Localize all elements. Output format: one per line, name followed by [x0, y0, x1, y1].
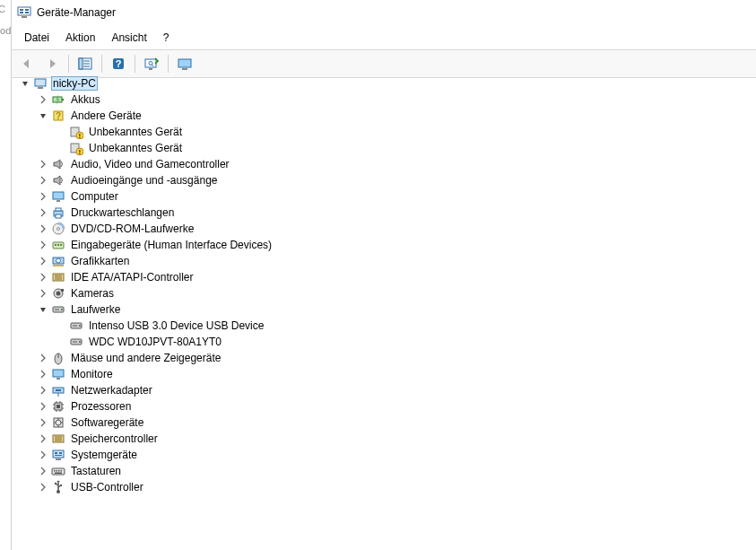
tree-root[interactable]: nicky-PC [15, 75, 756, 92]
window-title: Geräte-Manager [37, 6, 116, 19]
expand-icon[interactable] [37, 352, 49, 364]
menu-view[interactable]: Ansicht [104, 30, 153, 46]
tree-category[interactable]: DVD/CD-ROM-Laufwerke [15, 221, 756, 237]
svg-text:!: ! [79, 149, 81, 155]
expand-icon[interactable] [37, 239, 49, 251]
svg-rect-91 [56, 470, 58, 472]
svg-rect-20 [38, 87, 43, 89]
tree-device[interactable]: WDC WD10JPVT-80A1YT0 [15, 334, 756, 350]
tree-category[interactable]: Monitore [15, 366, 756, 382]
tree-category[interactable]: Prozessoren [15, 398, 756, 415]
tree-node-label: Grafikkarten [69, 255, 131, 267]
svg-rect-64 [56, 378, 60, 380]
tree-node-label: Eingabegeräte (Human Interface Devices) [69, 239, 274, 251]
tree-category[interactable]: ?Andere Geräte [15, 108, 756, 124]
svg-text:?: ? [56, 111, 61, 121]
expand-icon[interactable] [37, 368, 49, 380]
svg-rect-31 [53, 192, 64, 199]
collapse-icon[interactable] [19, 77, 31, 90]
tree-device[interactable]: Intenso USB 3.0 Device USB Device [15, 318, 756, 334]
expand-icon[interactable] [37, 223, 49, 235]
tree-category[interactable]: Computer [15, 188, 756, 205]
tree-node-label: Unbekanntes Gerät [87, 126, 184, 138]
expand-icon[interactable] [37, 449, 49, 461]
svg-rect-3 [20, 12, 23, 13]
svg-point-37 [57, 228, 60, 231]
svg-rect-88 [56, 458, 61, 460]
tree-category[interactable]: Laufwerke [15, 301, 756, 318]
tree-node-label: Druckwarteschlangen [69, 206, 176, 219]
menu-file[interactable]: Datei [17, 30, 56, 46]
toolbar-separator [101, 55, 102, 73]
tree-category[interactable]: USB-Controller [15, 479, 756, 495]
tree-node-label: Audio, Video und Gamecontroller [69, 158, 231, 170]
expand-icon[interactable] [37, 255, 49, 267]
tree-category[interactable]: Grafikkarten [15, 253, 756, 269]
svg-point-43 [56, 258, 61, 263]
monitor-icon [51, 189, 65, 204]
system-icon [51, 448, 65, 462]
tree-node-label: Unbekanntes Gerät [87, 142, 184, 154]
tree-category[interactable]: Systemgeräte [15, 447, 756, 463]
expand-icon[interactable] [37, 93, 49, 106]
tree-category[interactable]: Akkus [15, 92, 756, 108]
expand-icon[interactable] [37, 190, 49, 203]
tree-category[interactable]: Speichercontroller [15, 431, 756, 447]
svg-rect-93 [61, 470, 63, 472]
expand-icon[interactable] [37, 416, 49, 429]
monitor-icon [51, 367, 65, 381]
svg-rect-39 [55, 244, 56, 246]
expand-icon[interactable] [37, 174, 49, 187]
storage-ctrl-icon [51, 432, 65, 446]
expand-icon[interactable] [37, 206, 49, 219]
tree-device[interactable]: !Unbekanntes Gerät [15, 140, 756, 156]
menu-action[interactable]: Aktion [58, 30, 102, 46]
svg-point-53 [61, 309, 63, 310]
tree-node-label: Intenso USB 3.0 Device USB Device [87, 319, 265, 332]
device-tree[interactable]: nicky-PCAkkus?Andere Geräte!Unbekanntes … [12, 72, 756, 550]
tree-category[interactable]: Tastaturen [15, 463, 756, 479]
tree-category[interactable]: Mäuse und andere Zeigegeräte [15, 350, 756, 366]
disc-icon [51, 222, 65, 236]
collapse-icon[interactable] [37, 303, 49, 316]
menu-help[interactable]: ? [156, 30, 177, 46]
svg-rect-86 [59, 452, 62, 454]
expand-icon[interactable] [37, 465, 49, 477]
mouse-icon [51, 351, 65, 365]
expand-icon[interactable] [37, 384, 49, 397]
battery-icon [51, 92, 65, 107]
svg-rect-13 [145, 59, 156, 67]
tree-category[interactable]: Audioeingänge und -ausgänge [15, 172, 756, 188]
gpu-icon [51, 254, 65, 268]
tree-node-label: Kameras [69, 287, 116, 300]
svg-rect-94 [55, 473, 62, 475]
tree-category[interactable]: Netzwerkadapter [15, 382, 756, 398]
titlebar: Geräte-Manager [12, 0, 756, 26]
tree-node-label: Prozessoren [69, 400, 133, 413]
expand-icon[interactable] [37, 432, 49, 445]
tree-node-label: Laufwerke [69, 303, 122, 316]
svg-rect-34 [56, 208, 61, 211]
collapse-icon[interactable] [37, 109, 49, 122]
svg-rect-40 [57, 244, 59, 246]
printer-icon [51, 205, 65, 220]
expand-icon[interactable] [37, 287, 49, 300]
tree-category[interactable]: Druckwarteschlangen [15, 205, 756, 221]
audio-io-icon [51, 173, 65, 188]
tree-node-label: Netzwerkadapter [69, 384, 154, 397]
tree-category[interactable]: Eingabegeräte (Human Interface Devices) [15, 237, 756, 253]
expand-icon[interactable] [37, 481, 49, 493]
expand-icon[interactable] [37, 271, 49, 284]
tree-category[interactable]: Audio, Video und Gamecontroller [15, 156, 756, 172]
svg-rect-17 [178, 59, 191, 67]
tree-device[interactable]: !Unbekanntes Gerät [15, 124, 756, 140]
svg-point-59 [79, 341, 81, 343]
svg-point-56 [79, 325, 81, 327]
svg-point-97 [55, 483, 56, 485]
tree-category[interactable]: Softwaregeräte [15, 415, 756, 431]
expand-icon[interactable] [37, 158, 49, 170]
tree-category[interactable]: Kameras [15, 285, 756, 301]
expand-icon[interactable] [37, 400, 49, 413]
svg-rect-90 [54, 470, 56, 472]
tree-category[interactable]: IDE ATA/ATAPI-Controller [15, 269, 756, 285]
